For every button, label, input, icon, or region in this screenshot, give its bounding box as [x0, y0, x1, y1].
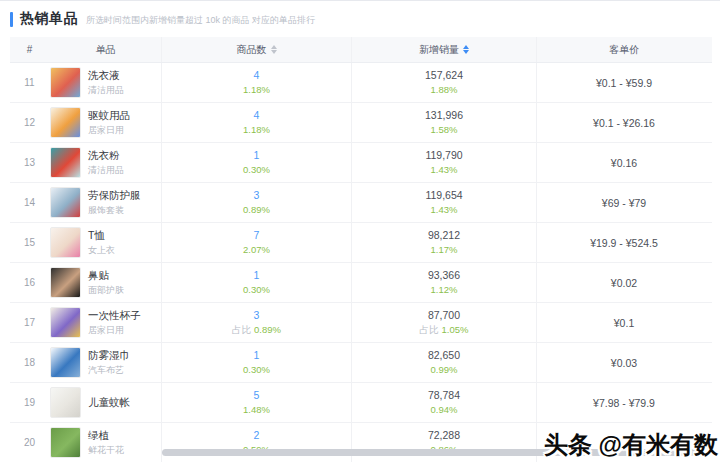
product-count[interactable]: 7 [254, 228, 260, 244]
product-count[interactable]: 1 [254, 348, 260, 364]
table-row[interactable]: 16 鼻贴 面部护肤 1 0.30% 93,366 1.12% ¥0.02 [10, 263, 712, 303]
product-count[interactable]: 1 [254, 148, 260, 164]
product-name-link[interactable]: 绿植 [88, 428, 124, 443]
product-count-cell: 5 1.48% [162, 383, 352, 422]
product-count-cell: 4 1.18% [162, 63, 352, 102]
product-count-cell: 4 1.18% [162, 103, 352, 142]
product-count[interactable]: 4 [254, 68, 260, 84]
watermark: 头条 @有米有数 [544, 429, 718, 461]
item-info: 防雾湿巾 汽车布艺 [88, 348, 130, 376]
product-category: 居家日用 [88, 124, 130, 137]
item-info: 洗衣粉 清洁用品 [88, 148, 124, 176]
table-row[interactable]: 12 驱蚊用品 居家日用 4 1.18% 131,996 1.58% ¥0.1 … [10, 103, 712, 143]
item-cell: 防雾湿巾 汽车布艺 [50, 343, 162, 382]
product-count-percent-line: 1.18% [243, 83, 270, 97]
product-name-link[interactable]: 驱蚊用品 [88, 108, 130, 123]
product-count-cell: 1 0.30% [162, 263, 352, 302]
sales-percent: 1.05% [442, 324, 469, 335]
product-count-percent-line: 0.89% [243, 203, 270, 217]
product-name-link[interactable]: T恤 [88, 228, 115, 243]
sales-percent-line: 0.94% [431, 403, 458, 417]
product-category: 鲜花干花 [88, 444, 124, 457]
rank: 17 [24, 317, 35, 328]
count-percent: 2.07% [243, 244, 270, 255]
count-percent: 0.30% [243, 284, 270, 295]
product-count-percent-line: 0.30% [243, 283, 270, 297]
product-thumbnail[interactable] [50, 307, 81, 338]
item-cell: 驱蚊用品 居家日用 [50, 103, 162, 142]
product-thumbnail[interactable] [50, 187, 81, 218]
product-thumbnail[interactable] [50, 147, 81, 178]
product-thumbnail[interactable] [50, 267, 81, 298]
sales-percent-line: 1.88% [431, 83, 458, 97]
product-thumbnail[interactable] [50, 67, 81, 98]
product-count-percent-line: 1.18% [243, 123, 270, 137]
product-name-link[interactable]: 洗衣液 [88, 68, 124, 83]
count-percent: 0.89% [254, 324, 281, 335]
item-cell: T恤 女上衣 [50, 223, 162, 262]
product-name-link[interactable]: 洗衣粉 [88, 148, 124, 163]
table-row[interactable]: 13 洗衣粉 清洁用品 1 0.30% 119,790 1.43% ¥0.16 [10, 143, 712, 183]
product-category: 女上衣 [88, 244, 115, 257]
table-row[interactable]: 11 洗衣液 清洁用品 4 1.18% 157,624 1.88% ¥0.1 -… [10, 63, 712, 103]
sales-count: 72,288 [428, 428, 460, 444]
new-sales-cell: 157,624 1.88% [352, 63, 537, 102]
column-header-product-count[interactable]: 商品数 [162, 37, 352, 62]
new-sales-cell: 72,288 0.86% [352, 423, 537, 462]
sort-icon[interactable] [463, 45, 469, 54]
table-body: 11 洗衣液 清洁用品 4 1.18% 157,624 1.88% ¥0.1 -… [10, 63, 712, 462]
product-thumbnail[interactable] [50, 427, 81, 458]
product-name-link[interactable]: 一次性杯子 [88, 308, 141, 323]
ratio-label: 占比 [232, 324, 251, 335]
item-info: 一次性杯子 居家日用 [88, 308, 141, 336]
column-header-item: 单品 [50, 37, 162, 62]
product-category: 服饰套装 [88, 204, 141, 217]
product-count[interactable]: 1 [254, 268, 260, 284]
product-name-link[interactable]: 防雾湿巾 [88, 348, 130, 363]
product-count[interactable]: 5 [254, 388, 260, 404]
new-sales-cell: 87,700 占比1.05% [352, 303, 537, 342]
product-count-cell: 3 0.89% [162, 183, 352, 222]
product-name-link[interactable]: 鼻贴 [88, 268, 124, 283]
item-cell: 一次性杯子 居家日用 [50, 303, 162, 342]
table-row[interactable]: 17 一次性杯子 居家日用 3 占比0.89% 87,700 占比1.05% ¥… [10, 303, 712, 343]
sort-icon[interactable] [271, 45, 277, 54]
item-info: 洗衣液 清洁用品 [88, 68, 124, 96]
product-count-cell: 2 0.59% [162, 423, 352, 462]
table-row[interactable]: 14 劳保防护服 服饰套装 3 0.89% 119,654 1.43% ¥69 … [10, 183, 712, 223]
sales-percent: 1.43% [431, 204, 458, 215]
page-title: 热销单品 [20, 10, 78, 28]
rank: 11 [24, 77, 34, 88]
item-info: 劳保防护服 服饰套装 [88, 188, 141, 216]
sales-percent-line: 0.99% [431, 363, 458, 377]
product-thumbnail[interactable] [50, 227, 81, 258]
product-name-link[interactable]: 劳保防护服 [88, 188, 141, 203]
rank-cell: 16 [10, 263, 50, 302]
table-row[interactable]: 15 T恤 女上衣 7 2.07% 98,212 1.17% ¥19.9 - ¥… [10, 223, 712, 263]
product-count-cell: 1 0.30% [162, 343, 352, 382]
product-count[interactable]: 3 [254, 308, 260, 324]
sales-percent: 1.12% [431, 284, 458, 295]
price-range: ¥0.03 [537, 343, 712, 382]
product-count-percent-line: 2.07% [243, 243, 270, 257]
product-count-percent-line: 0.30% [243, 163, 270, 177]
rank-cell: 12 [10, 103, 50, 142]
rank-cell: 11 [10, 63, 50, 102]
sales-count: 82,650 [428, 348, 460, 364]
product-name-link[interactable]: 儿童蚊帐 [88, 395, 130, 410]
product-count-cell: 1 0.30% [162, 143, 352, 182]
sales-count: 98,212 [428, 228, 460, 244]
sales-count: 119,790 [425, 148, 462, 164]
price-range: ¥0.02 [537, 263, 712, 302]
product-count[interactable]: 2 [254, 428, 260, 444]
product-thumbnail[interactable] [50, 347, 81, 378]
column-header-new-sales[interactable]: 新增销量 [352, 37, 537, 62]
table-row[interactable]: 19 儿童蚊帐 5 1.48% 78,784 0.94% ¥7.98 - ¥79… [10, 383, 712, 423]
rank: 18 [24, 357, 35, 368]
table-row[interactable]: 18 防雾湿巾 汽车布艺 1 0.30% 82,650 0.99% ¥0.03 [10, 343, 712, 383]
product-count[interactable]: 3 [254, 188, 260, 204]
product-thumbnail[interactable] [50, 107, 81, 138]
new-sales-cell: 131,996 1.58% [352, 103, 537, 142]
product-count[interactable]: 4 [254, 108, 260, 124]
product-thumbnail[interactable] [50, 387, 81, 418]
